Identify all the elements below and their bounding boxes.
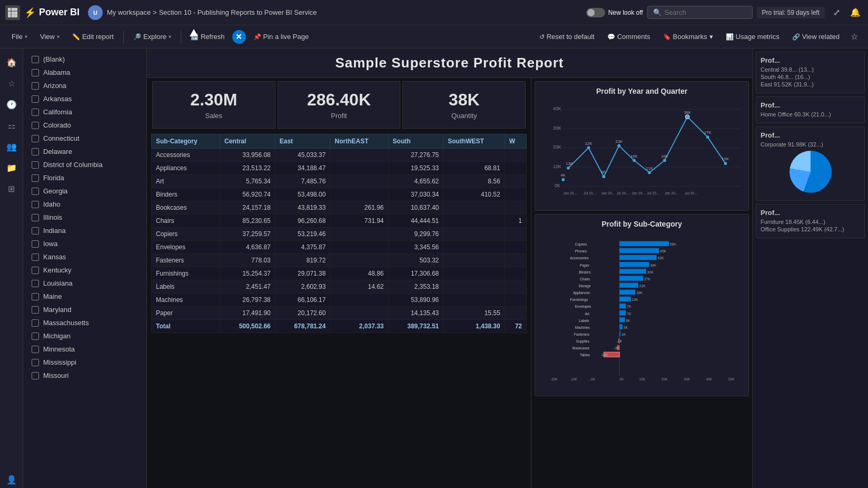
filter-checkbox[interactable]	[32, 280, 39, 287]
filter-checkbox[interactable]	[32, 69, 39, 76]
filter-checkbox[interactable]	[32, 293, 39, 300]
filter-checkbox[interactable]	[32, 122, 39, 129]
filter-item[interactable]: Georgia	[23, 184, 146, 198]
filter-item[interactable]: Mississippi	[23, 356, 146, 369]
filter-item[interactable]: Louisiana	[23, 277, 146, 290]
subcategory-cell: Bookcases	[152, 201, 220, 214]
refresh-button[interactable]: 🔄 Refresh	[185, 31, 230, 43]
filter-item[interactable]: Alabama	[23, 66, 146, 79]
comments-button[interactable]: 💬 Comments	[602, 31, 656, 43]
filter-item[interactable]: Kentucky	[23, 263, 146, 277]
filter-checkbox[interactable]	[32, 82, 39, 90]
svg-rect-3	[8, 11, 11, 14]
svg-rect-98	[619, 331, 620, 336]
filter-label: Iowa	[43, 240, 57, 248]
filter-checkbox[interactable]	[32, 253, 39, 261]
svg-point-25	[602, 175, 605, 178]
nav-home-icon[interactable]: 🏠	[3, 54, 20, 71]
table-row: Copiers37,259.5753,219.469,299.76	[152, 228, 527, 241]
value-cell	[443, 294, 505, 307]
explore-button[interactable]: 🔎 Explore ▾	[128, 31, 176, 43]
svg-point-33	[663, 159, 666, 162]
filter-item[interactable]: Michigan	[23, 329, 146, 343]
filter-checkbox[interactable]	[32, 372, 39, 379]
search-bar[interactable]: 🔍	[647, 6, 753, 19]
workspace-label[interactable]: My workspace	[107, 8, 151, 16]
filter-checkbox[interactable]	[32, 227, 39, 235]
filter-item[interactable]: Illinois	[23, 211, 146, 224]
filter-checkbox[interactable]	[32, 135, 39, 142]
filter-checkbox[interactable]	[32, 148, 39, 155]
new-look-toggle[interactable]	[586, 8, 605, 17]
filter-checkbox[interactable]	[32, 267, 39, 274]
filter-item[interactable]: Minnesota	[23, 343, 146, 356]
filter-checkbox[interactable]	[32, 319, 39, 327]
svg-rect-74	[619, 276, 643, 280]
expand-icon[interactable]: ⤢	[829, 5, 844, 20]
svg-rect-8	[14, 14, 17, 17]
user-avatar[interactable]: U	[88, 5, 103, 20]
filter-item[interactable]: Idaho	[23, 198, 146, 211]
filter-checkbox[interactable]	[32, 56, 39, 63]
value-cell: 3,345.56	[388, 241, 443, 254]
filter-checkbox[interactable]	[32, 174, 39, 182]
view-button[interactable]: View ▾	[35, 31, 65, 43]
filter-checkbox[interactable]	[32, 240, 39, 248]
filter-checkbox[interactable]	[32, 214, 39, 221]
report-content: 2.30M Sales 286.40K Profit 38K Quantity	[147, 78, 752, 488]
value-cell	[443, 228, 505, 241]
filter-item[interactable]: District of Columbia	[23, 158, 146, 171]
filter-checkbox[interactable]	[32, 95, 39, 103]
nav-shared-icon[interactable]: 👥	[3, 138, 20, 155]
filter-item[interactable]: Connecticut	[23, 132, 146, 145]
filter-item[interactable]: (Blank)	[23, 53, 146, 66]
filter-item[interactable]: Delaware	[23, 145, 146, 158]
filter-items-container: (Blank)AlabamaArizonaArkansasCaliforniaC…	[23, 53, 146, 382]
svg-text:Jul 20...: Jul 20...	[584, 191, 596, 195]
cancel-button[interactable]: ✕	[232, 30, 246, 44]
filter-item[interactable]: Florida	[23, 171, 146, 184]
breadcrumb-section: Section 10 - Publishing Reports to Power…	[159, 8, 317, 16]
bar-chart-card: Profit by Sub-Category -20K -10K -0K 0K …	[535, 214, 749, 396]
filter-item[interactable]: Arkansas	[23, 92, 146, 105]
filter-item[interactable]: Indiana	[23, 224, 146, 237]
nav-workspace-icon[interactable]: 📁	[3, 159, 20, 176]
filter-item[interactable]: Maryland	[23, 303, 146, 316]
edit-report-button[interactable]: ✏️ Edit report	[67, 31, 119, 43]
nav-recent-icon[interactable]: 🕐	[3, 96, 20, 113]
filter-item[interactable]: Kansas	[23, 250, 146, 263]
filter-item[interactable]: Missouri	[23, 369, 146, 382]
nav-apps-icon[interactable]: ⚏	[3, 117, 20, 134]
filter-item[interactable]: Colorado	[23, 119, 146, 132]
pin-button[interactable]: 📌 Pin a live Page	[248, 31, 314, 43]
value-cell: 37,030.34	[388, 188, 443, 201]
bookmark-star-icon[interactable]: ☆	[847, 30, 862, 44]
bookmarks-button[interactable]: 🔖 Bookmarks ▾	[658, 31, 718, 43]
topbar: ⚡ Power BI U My workspace > Section 10 -…	[0, 0, 868, 25]
bell-icon[interactable]: 🔔	[848, 5, 863, 20]
nav-dataflow-icon[interactable]: ⊞	[3, 180, 20, 197]
filter-checkbox[interactable]	[32, 161, 39, 169]
app-grid-icon[interactable]	[5, 5, 20, 20]
reset-button[interactable]: ↺ Reset to default	[534, 31, 600, 43]
filter-item[interactable]: Massachusetts	[23, 316, 146, 329]
value-cell: 15,254.37	[220, 267, 275, 280]
filter-item[interactable]: Iowa	[23, 237, 146, 250]
filter-checkbox[interactable]	[32, 109, 39, 116]
usage-metrics-button[interactable]: 📊 Usage metrics	[721, 31, 785, 43]
file-button[interactable]: File ▾	[6, 31, 33, 43]
search-input[interactable]	[665, 8, 738, 16]
filter-checkbox[interactable]	[32, 188, 39, 195]
nav-star-icon[interactable]: ☆	[3, 75, 20, 92]
filter-checkbox[interactable]	[32, 333, 39, 340]
filter-item[interactable]: Maine	[23, 290, 146, 303]
filter-checkbox[interactable]	[32, 359, 39, 366]
nav-user-icon[interactable]: 👤	[3, 471, 20, 488]
view-related-button[interactable]: 🔗 View related	[787, 31, 845, 43]
filter-checkbox[interactable]	[32, 346, 39, 353]
filter-item[interactable]: Arizona	[23, 79, 146, 92]
filter-checkbox[interactable]	[32, 201, 39, 208]
value-cell: 53,498.00	[275, 188, 330, 201]
filter-item[interactable]: California	[23, 105, 146, 119]
filter-checkbox[interactable]	[32, 306, 39, 314]
